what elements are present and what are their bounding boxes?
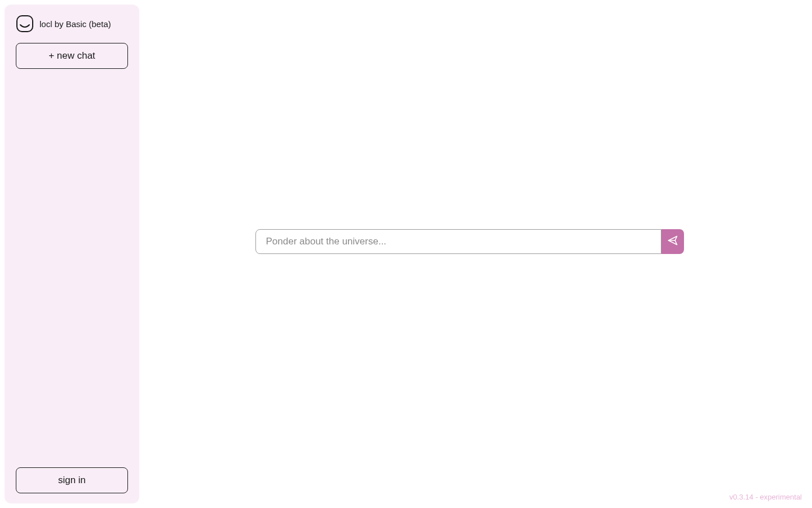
sidebar-header: locl by Basic (beta) — [16, 15, 128, 33]
svg-rect-0 — [17, 16, 33, 32]
logo-icon — [16, 15, 34, 33]
sidebar-spacer — [16, 69, 128, 467]
chat-input[interactable] — [255, 229, 661, 254]
sidebar: locl by Basic (beta) + new chat sign in — [5, 5, 139, 503]
version-label: v0.3.14 - experimental — [729, 493, 802, 501]
new-chat-button[interactable]: + new chat — [16, 43, 128, 69]
app-title: locl by Basic (beta) — [39, 19, 111, 29]
send-button[interactable] — [661, 229, 684, 254]
send-icon — [667, 235, 678, 248]
chat-input-wrapper — [255, 229, 684, 254]
sign-in-button[interactable]: sign in — [16, 467, 128, 493]
main-area: v0.3.14 - experimental — [144, 0, 812, 508]
